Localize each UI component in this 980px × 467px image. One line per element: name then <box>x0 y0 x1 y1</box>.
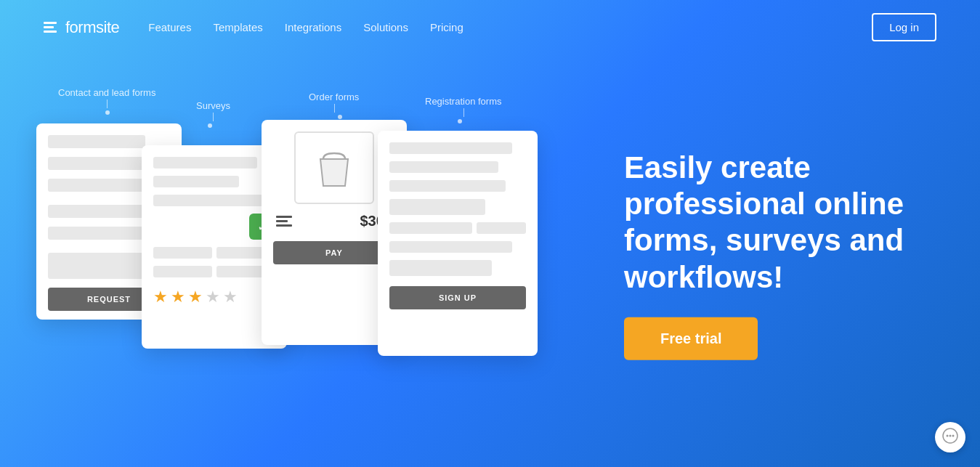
svg-point-3 <box>952 434 955 436</box>
registration-dot <box>458 119 462 123</box>
cart-icon <box>276 216 292 227</box>
double-row-2 <box>153 266 275 277</box>
surveys-label: Surveys <box>196 100 230 111</box>
star-4: ★ <box>206 288 220 306</box>
check-area: ✓ <box>153 214 275 240</box>
reg-field-1 <box>389 142 512 154</box>
star-2: ★ <box>171 288 185 306</box>
main-nav: Features Templates Integrations Solution… <box>148 21 872 33</box>
star-3: ★ <box>188 288 203 306</box>
nav-solutions[interactable]: Solutions <box>363 21 408 33</box>
order-dot <box>338 115 342 119</box>
logo-icon <box>44 22 57 33</box>
star-5: ★ <box>223 288 238 306</box>
star-1: ★ <box>153 288 168 306</box>
svg-point-2 <box>949 434 952 436</box>
nav-pricing[interactable]: Pricing <box>430 21 463 33</box>
order-label: Order forms <box>309 92 359 102</box>
double-row-1 <box>153 247 275 259</box>
svg-point-1 <box>947 434 949 436</box>
reg-double-1 <box>389 222 526 234</box>
contact-dot <box>105 110 110 115</box>
price-row: $300 <box>273 213 395 230</box>
chat-widget[interactable] <box>935 422 965 452</box>
field-1 <box>48 135 145 148</box>
survey-field-2 <box>153 176 239 187</box>
logo[interactable]: formsite <box>44 18 119 37</box>
surveys-dot <box>208 123 212 128</box>
free-trial-button[interactable]: Free trial <box>624 317 758 360</box>
survey-field-1 <box>153 157 257 168</box>
registration-label: Registration forms <box>425 96 501 107</box>
reg-field-2 <box>389 161 498 173</box>
bag-image <box>294 131 374 204</box>
pay-button[interactable]: PAY <box>273 241 395 264</box>
signup-button[interactable]: SIGN UP <box>389 286 526 309</box>
star-rating: ★ ★ ★ ★ ★ <box>153 288 275 306</box>
hero-section: formsite Features Templates Integrations… <box>0 0 980 467</box>
reg-field-3 <box>389 180 506 192</box>
registration-form-card: SIGN UP <box>378 131 538 356</box>
survey-field-3 <box>153 195 263 206</box>
reg-field-6 <box>389 260 492 276</box>
forms-illustration: Contact and lead forms Surveys Order for… <box>22 80 596 443</box>
logo-text: formsite <box>65 18 119 37</box>
chat-icon <box>942 428 958 447</box>
contact-label: Contact and lead forms <box>58 87 155 98</box>
header: formsite Features Templates Integrations… <box>0 0 980 54</box>
nav-features[interactable]: Features <box>148 21 191 33</box>
hero-title: Easily create professional online forms,… <box>624 149 936 296</box>
reg-field-4 <box>389 199 485 215</box>
hero-text-area: Easily create professional online forms,… <box>624 149 936 360</box>
nav-integrations[interactable]: Integrations <box>285 21 341 33</box>
login-button[interactable]: Log in <box>872 13 936 41</box>
reg-field-5 <box>389 241 512 253</box>
nav-templates[interactable]: Templates <box>213 21 262 33</box>
field-4 <box>48 205 145 218</box>
